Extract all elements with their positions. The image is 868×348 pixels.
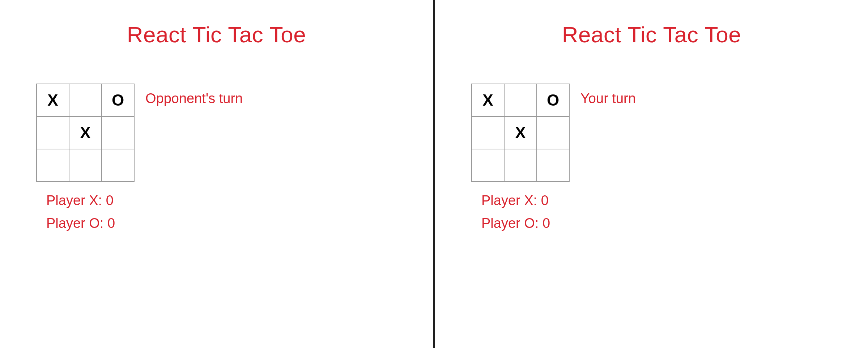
board-cell-2[interactable]: O xyxy=(102,84,134,116)
score-o: Player O: 0 xyxy=(46,216,397,231)
score-o-label: Player O: xyxy=(481,216,539,231)
score-x-label: Player X: xyxy=(481,193,537,208)
board-cell-1[interactable] xyxy=(504,84,537,116)
score-x-value: 0 xyxy=(541,193,549,208)
right-game-pane: React Tic Tac Toe X O X Your turn Player… xyxy=(435,0,868,348)
game-area: X O X Your turn xyxy=(471,84,832,182)
score-panel: Player X: 0 Player O: 0 xyxy=(46,193,397,231)
board-cell-8[interactable] xyxy=(537,149,569,182)
score-o: Player O: 0 xyxy=(481,216,832,231)
board-cell-0[interactable]: X xyxy=(472,84,504,116)
board-cell-7[interactable] xyxy=(69,149,102,182)
score-o-value: 0 xyxy=(107,216,115,231)
turn-status: Your turn xyxy=(580,84,636,106)
score-x: Player X: 0 xyxy=(481,193,832,208)
board-cell-3[interactable] xyxy=(472,116,504,149)
board-cell-8[interactable] xyxy=(102,149,134,182)
turn-status: Opponent's turn xyxy=(145,84,243,106)
board-cell-1[interactable] xyxy=(69,84,102,116)
board-cell-7[interactable] xyxy=(504,149,537,182)
score-o-value: 0 xyxy=(542,216,550,231)
board-cell-2[interactable]: O xyxy=(537,84,569,116)
game-board: X O X xyxy=(471,84,570,182)
board-cell-4[interactable]: X xyxy=(69,116,102,149)
page-title: React Tic Tac Toe xyxy=(36,22,397,47)
game-board: X O X xyxy=(36,84,135,182)
score-x-value: 0 xyxy=(106,193,114,208)
score-o-label: Player O: xyxy=(46,216,103,231)
game-area: X O X Opponent's turn xyxy=(36,84,397,182)
board-cell-5[interactable] xyxy=(537,116,569,149)
board-cell-6[interactable] xyxy=(37,149,69,182)
page-title: React Tic Tac Toe xyxy=(471,22,832,47)
board-cell-6[interactable] xyxy=(472,149,504,182)
board-cell-3[interactable] xyxy=(37,116,69,149)
board-cell-0[interactable]: X xyxy=(37,84,69,116)
left-game-pane: React Tic Tac Toe X O X Opponent's turn … xyxy=(0,0,433,348)
board-cell-4[interactable]: X xyxy=(504,116,537,149)
score-x-label: Player X: xyxy=(46,193,102,208)
score-panel: Player X: 0 Player O: 0 xyxy=(481,193,832,231)
board-cell-5[interactable] xyxy=(102,116,134,149)
score-x: Player X: 0 xyxy=(46,193,397,208)
